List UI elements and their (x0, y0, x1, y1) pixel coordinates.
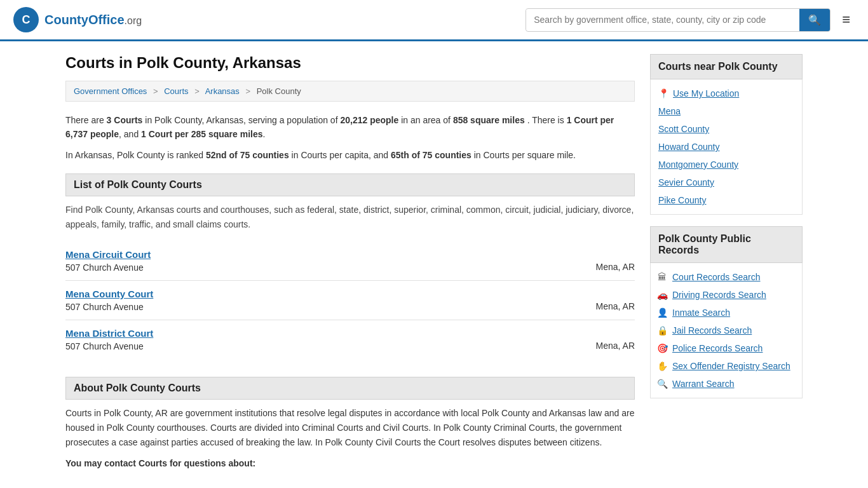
sex-offender-icon: ✋ (657, 361, 667, 371)
table-row: Mena County Court 507 Church Avenue Mena… (65, 281, 635, 320)
court-records-link[interactable]: Court Records Search (672, 272, 761, 282)
police-records-icon: 🎯 (657, 343, 667, 353)
courts-list: Mena Circuit Court 507 Church Avenue Men… (65, 241, 635, 359)
list-item: 🎯 Police Records Search (651, 339, 802, 357)
jail-records-link[interactable]: Jail Records Search (672, 325, 752, 336)
page-title: Courts in Polk County, Arkansas (65, 54, 635, 72)
table-row: Mena District Court 507 Church Avenue Me… (65, 320, 635, 359)
breadcrumb-link-gov[interactable]: Government Offices (74, 86, 147, 96)
nearby-link-1[interactable]: Scott County (658, 124, 709, 134)
court-location-1: Mena, AR (596, 288, 635, 311)
list-item: 🔒 Jail Records Search (651, 322, 802, 339)
logo[interactable]: C CountyOffice.org (13, 6, 142, 33)
public-records-title: Polk County Public Records (650, 226, 803, 263)
search-button[interactable]: 🔍 (799, 9, 830, 31)
police-records-link[interactable]: Police Records Search (672, 343, 763, 353)
use-location-link[interactable]: Use My Location (673, 88, 739, 98)
about-text: Courts in Polk County, AR are government… (65, 406, 635, 450)
nearby-link-3[interactable]: Montgomery County (658, 159, 738, 170)
court-location-0: Mena, AR (596, 249, 635, 272)
court-records-icon: 🏛 (657, 272, 667, 282)
court-location-2: Mena, AR (596, 328, 635, 351)
court-name-0[interactable]: Mena Circuit Court (65, 249, 151, 260)
intro-paragraph-1: There are 3 Courts in Polk County, Arkan… (65, 113, 635, 142)
list-section-header: List of Polk County Courts (65, 173, 635, 196)
sex-offender-link[interactable]: Sex Offender Registry Search (672, 361, 790, 371)
jail-records-icon: 🔒 (657, 325, 667, 336)
menu-button[interactable]: ≡ (837, 9, 855, 30)
list-item: Howard County (651, 138, 802, 156)
nearby-link-0[interactable]: Mena (658, 106, 681, 116)
list-item: Pike County (651, 191, 802, 209)
main-content: Courts in Polk County, Arkansas Governme… (65, 54, 635, 477)
use-location-item: 📍 Use My Location (651, 85, 802, 102)
inmate-search-link[interactable]: Inmate Search (672, 308, 730, 318)
list-item: 🚗 Driving Records Search (651, 286, 802, 304)
list-item: Sevier County (651, 173, 802, 191)
contact-label: You may contact Courts for questions abo… (65, 456, 635, 471)
intro-paragraph-2: In Arkansas, Polk County is ranked 52nd … (65, 148, 635, 162)
page-body: Courts in Polk County, Arkansas Governme… (53, 41, 815, 488)
breadcrumb-link-courts[interactable]: Courts (164, 86, 188, 96)
breadcrumb-current: Polk County (257, 86, 301, 96)
search-input[interactable] (526, 10, 799, 30)
nearby-links-list: 📍 Use My Location Mena Scott County Howa… (650, 79, 803, 215)
breadcrumb-link-arkansas[interactable]: Arkansas (205, 86, 240, 96)
table-row: Mena Circuit Court 507 Church Avenue Men… (65, 241, 635, 281)
list-item: ✋ Sex Offender Registry Search (651, 357, 802, 375)
driving-records-icon: 🚗 (657, 290, 667, 300)
driving-records-link[interactable]: Driving Records Search (672, 290, 766, 300)
court-info-2: Mena District Court 507 Church Avenue (65, 328, 153, 351)
logo-icon: C (13, 6, 39, 33)
warrant-search-link[interactable]: Warrant Search (672, 379, 735, 389)
nearby-link-2[interactable]: Howard County (658, 142, 720, 152)
list-item: 🔍 Warrant Search (651, 375, 802, 393)
court-address-0: 507 Church Avenue (65, 262, 151, 273)
list-item: Montgomery County (651, 156, 802, 173)
public-records-section: Polk County Public Records 🏛 Court Recor… (650, 226, 803, 398)
per-sq: 1 Court per 285 square miles (141, 129, 262, 139)
warrant-search-icon: 🔍 (657, 379, 667, 389)
area: 858 square miles (453, 115, 525, 125)
nearby-link-4[interactable]: Sevier County (658, 177, 714, 187)
court-name-2[interactable]: Mena District Court (65, 328, 153, 339)
header-controls: 🔍 ≡ (526, 8, 855, 32)
rank2: 65th of 75 counties (391, 150, 471, 160)
list-item: 👤 Inmate Search (651, 304, 802, 322)
list-item: 🏛 Court Records Search (651, 268, 802, 286)
nearby-section-title: Courts near Polk County (650, 54, 803, 79)
inmate-search-icon: 👤 (657, 308, 667, 318)
logo-text: CountyOffice.org (44, 13, 142, 27)
court-info-1: Mena County Court 507 Church Avenue (65, 288, 153, 312)
court-info-0: Mena Circuit Court 507 Church Avenue (65, 249, 151, 273)
courts-count: 3 Courts (107, 115, 143, 125)
svg-text:C: C (22, 13, 31, 26)
breadcrumb: Government Offices > Courts > Arkansas >… (65, 81, 635, 102)
sidebar: Courts near Polk County 📍 Use My Locatio… (650, 54, 803, 477)
court-name-1[interactable]: Mena County Court (65, 288, 153, 299)
court-address-1: 507 Church Avenue (65, 302, 153, 312)
about-section-header: About Polk County Courts (65, 377, 635, 400)
rank1: 52nd of 75 counties (206, 150, 289, 160)
site-header: C CountyOffice.org 🔍 ≡ (0, 0, 868, 41)
list-section-desc: Find Polk County, Arkansas courts and co… (65, 203, 635, 231)
search-bar: 🔍 (526, 8, 831, 32)
pin-icon: 📍 (658, 88, 669, 98)
nearby-link-5[interactable]: Pike County (658, 195, 706, 205)
court-address-2: 507 Church Avenue (65, 341, 153, 351)
list-item: Mena (651, 102, 802, 120)
records-list: 🏛 Court Records Search 🚗 Driving Records… (650, 263, 803, 398)
list-item: Scott County (651, 120, 802, 138)
population: 20,212 people (340, 115, 398, 125)
